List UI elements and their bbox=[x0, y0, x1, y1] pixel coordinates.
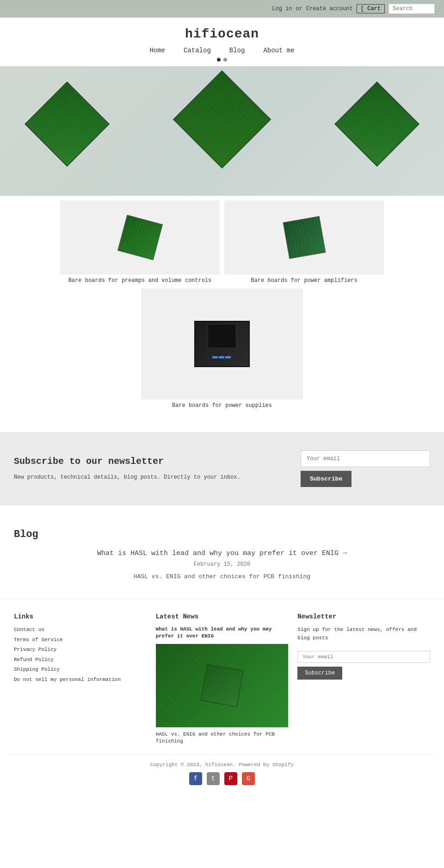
site-header: hifiocean Home Catalog Blog About me bbox=[0, 18, 444, 62]
pcb-board-right bbox=[334, 81, 419, 167]
category-power-amps[interactable]: Bare boards for power amplifiers bbox=[224, 200, 384, 284]
subscribe-right: Subscribe bbox=[301, 450, 430, 487]
category-preamps-label: Bare boards for preamps and volume contr… bbox=[60, 277, 220, 284]
category-power-supplies-label: Bare boards for power supplies bbox=[141, 402, 303, 409]
nav-dots bbox=[0, 56, 444, 62]
category-power-supplies-image bbox=[141, 288, 303, 400]
create-account-link[interactable]: Create account bbox=[306, 6, 353, 12]
blog-heading: Blog bbox=[14, 529, 430, 540]
footer-copyright: Copyright © 2023, hifiocean. Powered by … bbox=[9, 755, 435, 785]
blog-section: Blog What is HASL with lead and why you … bbox=[0, 519, 444, 599]
footer-terms[interactable]: Terms of Service bbox=[14, 636, 147, 644]
category-power-amps-image bbox=[224, 200, 384, 275]
footer-subscribe-button[interactable]: Subscribe bbox=[297, 667, 342, 680]
pcb-board-center bbox=[173, 70, 271, 169]
blog-post-excerpt: HASL vs. ENIG and other choices for PCB … bbox=[14, 573, 430, 580]
site-title: hifiocean bbox=[0, 27, 444, 41]
footer-grid: Links Contact us Terms of Service Privac… bbox=[14, 613, 430, 745]
footer-pcb-thumb bbox=[201, 664, 244, 707]
category-power-amps-label: Bare boards for power amplifiers bbox=[224, 277, 384, 284]
blog-post-date: February 15, 2020 bbox=[14, 561, 430, 568]
footer-shipping[interactable]: Shipping Policy bbox=[14, 666, 147, 674]
subscribe-description: New products, technical details, blog po… bbox=[14, 473, 240, 482]
footer-do-not-sell[interactable]: Do not sell my personal information bbox=[14, 676, 147, 684]
pcb-board-left bbox=[25, 81, 110, 167]
footer-email-input[interactable] bbox=[297, 651, 430, 663]
footer-links-col: Links Contact us Terms of Service Privac… bbox=[14, 613, 147, 745]
footer-privacy[interactable]: Privacy Policy bbox=[14, 646, 147, 654]
footer-newsletter-heading: Newsletter bbox=[297, 613, 430, 620]
hero-image bbox=[0, 66, 444, 196]
main-nav: Home Catalog Blog About me bbox=[0, 41, 444, 56]
subscribe-button[interactable]: Subscribe bbox=[301, 471, 352, 487]
subscribe-left: Subscribe to our newsletter New products… bbox=[14, 456, 240, 482]
subscribe-email-input[interactable] bbox=[301, 450, 430, 467]
category-preamps[interactable]: Bare boards for preamps and volume contr… bbox=[60, 200, 220, 284]
subscribe-heading: Subscribe to our newsletter bbox=[14, 456, 240, 468]
footer-newsletter-desc: Sign up for the latest news, offers and … bbox=[297, 626, 430, 642]
footer-refund[interactable]: Refund Policy bbox=[14, 656, 147, 664]
category-power-supplies[interactable]: Bare boards for power supplies bbox=[141, 288, 303, 409]
category-preamps-image bbox=[60, 200, 220, 275]
subscribe-section: Subscribe to our newsletter New products… bbox=[0, 432, 444, 506]
nav-about-me[interactable]: About me bbox=[263, 47, 294, 54]
login-link[interactable]: Log in bbox=[272, 6, 292, 12]
pcb-thumb-preamps bbox=[117, 215, 163, 260]
footer-news-title[interactable]: What is HASL with lead and why you may p… bbox=[156, 626, 289, 640]
or-text: or bbox=[296, 6, 302, 12]
nav-dot-2 bbox=[223, 58, 227, 62]
footer-news-label: HASL vs. ENIG and other choices for PCB … bbox=[156, 731, 289, 745]
pcb-supply-visual bbox=[194, 321, 250, 367]
category-section: Bare boards for preamps and volume contr… bbox=[0, 196, 444, 418]
nav-catalog[interactable]: Catalog bbox=[184, 47, 211, 54]
category-grid: Bare boards for preamps and volume contr… bbox=[60, 200, 384, 284]
cart-button[interactable]: [ Cart bbox=[357, 4, 385, 13]
nav-dot-1 bbox=[217, 58, 221, 62]
copyright-text: Copyright © 2023, hifiocean. Powered by … bbox=[150, 762, 294, 768]
search-input[interactable] bbox=[388, 4, 435, 14]
pcb-thumb-power-amps bbox=[283, 216, 326, 259]
top-bar: Log in or Create account [ Cart bbox=[0, 0, 444, 18]
footer-contact-us[interactable]: Contact us bbox=[14, 626, 147, 634]
footer: Links Contact us Terms of Service Privac… bbox=[0, 599, 444, 794]
footer-news-heading: Latest News bbox=[156, 613, 289, 620]
nav-home[interactable]: Home bbox=[149, 47, 165, 54]
twitter-icon[interactable]: t bbox=[207, 772, 220, 785]
footer-newsletter-col: Newsletter Sign up for the latest news, … bbox=[297, 613, 430, 745]
footer-links-heading: Links bbox=[14, 613, 147, 620]
facebook-icon[interactable]: f bbox=[189, 772, 202, 785]
footer-news-col: Latest News What is HASL with lead and w… bbox=[156, 613, 289, 745]
footer-social: f t P G bbox=[9, 772, 435, 785]
blog-post-title[interactable]: What is HASL with lead and why you may p… bbox=[14, 550, 430, 557]
nav-blog[interactable]: Blog bbox=[229, 47, 245, 54]
hero-section bbox=[0, 66, 444, 196]
footer-pcb-image bbox=[156, 644, 289, 727]
pinterest-icon[interactable]: P bbox=[224, 772, 237, 785]
googleplus-icon[interactable]: G bbox=[242, 772, 255, 785]
